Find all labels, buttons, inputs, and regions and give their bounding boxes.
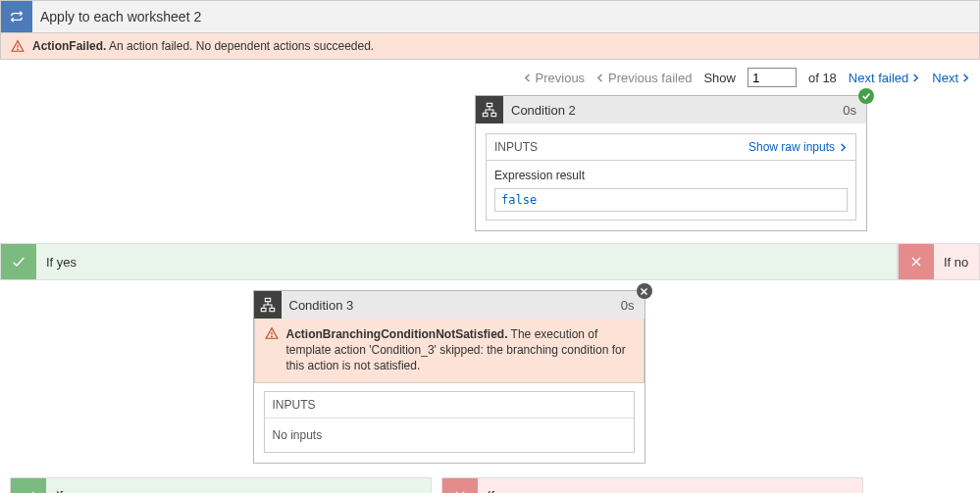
condition-icon: [476, 96, 503, 123]
previous-link[interactable]: Previous: [524, 71, 586, 85]
x-icon: [899, 244, 934, 279]
action-failed-text: ActionFailed. An action failed. No depen…: [32, 39, 374, 53]
inputs-label: INPUTS: [494, 140, 538, 154]
chevron-right-icon: [961, 74, 970, 82]
chevron-left-icon: [524, 74, 533, 82]
condition-3-duration: 0s: [611, 298, 645, 313]
x-icon: [442, 478, 478, 493]
next-link[interactable]: Next: [932, 71, 970, 85]
inner-if-yes-label: If yes: [46, 488, 86, 493]
svg-rect-3: [483, 113, 488, 116]
if-no-label: If no: [934, 255, 968, 270]
success-status-icon: [858, 88, 874, 104]
if-yes-header[interactable]: If yes: [0, 243, 898, 280]
loop-icon: [1, 1, 32, 32]
show-raw-inputs-link[interactable]: Show raw inputs: [748, 140, 848, 154]
svg-rect-7: [265, 298, 270, 301]
chevron-right-icon: [911, 74, 920, 82]
next-failed-link[interactable]: Next failed: [849, 71, 920, 85]
svg-rect-2: [487, 103, 491, 106]
chevron-left-icon: [596, 74, 605, 82]
skipped-status-icon: [637, 283, 652, 299]
condition-3-card[interactable]: Condition 3 0s ActionBranchingConditionN…: [253, 290, 645, 464]
action-failed-banner: ActionFailed. An action failed. No depen…: [0, 33, 980, 60]
of-total: of 18: [808, 71, 837, 85]
condition-3-title: Condition 3: [282, 298, 611, 313]
inner-if-no-label: If no: [478, 488, 512, 493]
condition-3-error-banner: ActionBranchingConditionNotSatisfied. Th…: [254, 319, 645, 383]
apply-to-each-header[interactable]: Apply to each worksheet 2: [0, 0, 980, 33]
condition-2-title: Condition 2: [503, 103, 833, 118]
if-no-header[interactable]: If no: [898, 243, 980, 280]
condition-3-error-text: ActionBranchingConditionNotSatisfied. Th…: [286, 326, 634, 374]
check-icon: [11, 478, 46, 493]
show-label: Show: [703, 71, 736, 85]
warning-icon: [265, 326, 279, 340]
inner-if-yes-header[interactable]: If yes: [10, 477, 432, 493]
condition-icon: [254, 291, 282, 319]
expression-result-label: Expression result: [494, 169, 848, 182]
previous-failed-link[interactable]: Previous failed: [596, 71, 692, 85]
page-input[interactable]: [748, 68, 797, 87]
svg-rect-8: [261, 308, 266, 311]
inner-if-no-header[interactable]: If no: [441, 477, 863, 493]
svg-point-1: [18, 49, 19, 50]
check-icon: [1, 244, 36, 279]
apply-to-each-title: Apply to each worksheet 2: [32, 9, 201, 25]
inputs-label: INPUTS: [265, 392, 634, 419]
condition-2-card[interactable]: Condition 2 0s INPUTS Show raw inputs Ex…: [475, 95, 867, 231]
inputs-section-header: INPUTS Show raw inputs: [486, 133, 856, 161]
svg-point-11: [271, 336, 272, 337]
condition-2-duration: 0s: [833, 103, 866, 118]
if-yes-label: If yes: [36, 255, 77, 270]
iteration-pager: Previous Previous failed Show of 18 Next…: [0, 60, 970, 95]
svg-rect-4: [491, 113, 496, 116]
condition-3-inputs-section: INPUTS No inputs: [264, 391, 635, 453]
svg-rect-9: [270, 308, 275, 311]
chevron-right-icon: [839, 143, 848, 152]
no-inputs-text: No inputs: [265, 419, 634, 452]
expression-result-value: false: [494, 188, 848, 212]
warning-icon: [11, 39, 25, 53]
